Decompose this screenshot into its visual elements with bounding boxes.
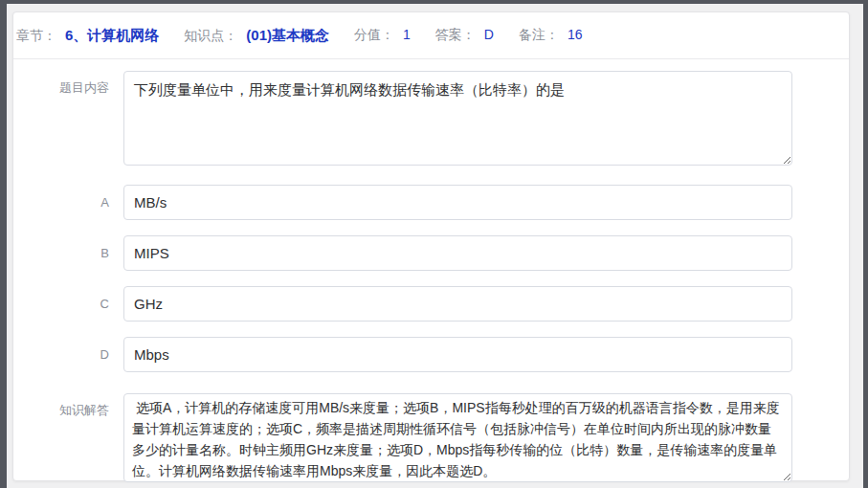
chapter-value[interactable]: 6、计算机网络 <box>65 27 159 45</box>
explanation-row: 知识解答 <box>13 393 849 486</box>
option-d-label: D <box>13 347 109 362</box>
option-c-input[interactable] <box>123 286 792 322</box>
option-b-input[interactable] <box>123 235 792 271</box>
page-background: 章节： 6、计算机网络 知识点： (01)基本概念 分值： 1 答案： D 备注… <box>7 4 863 488</box>
meta-item-knowledge-point: 知识点： (01)基本概念 <box>184 27 329 45</box>
question-content-label: 题目内容 <box>13 71 109 169</box>
chapter-label: 章节： <box>16 28 56 45</box>
option-d-input[interactable] <box>123 337 792 372</box>
knowledge-point-value[interactable]: (01)基本概念 <box>246 27 329 45</box>
option-row-a: A <box>13 185 849 220</box>
question-form: 题目内容 A B C <box>13 59 849 486</box>
explanation-textarea[interactable] <box>123 393 792 482</box>
knowledge-point-label: 知识点： <box>184 28 237 45</box>
meta-item-remark: 备注： 16 <box>519 27 583 44</box>
option-row-c: C <box>13 286 849 322</box>
question-content-textarea[interactable] <box>123 71 792 166</box>
option-row-b: B <box>13 235 849 271</box>
question-detail-card: 章节： 6、计算机网络 知识点： (01)基本概念 分值： 1 答案： D 备注… <box>12 11 850 481</box>
question-meta-bar: 章节： 6、计算机网络 知识点： (01)基本概念 分值： 1 答案： D 备注… <box>13 12 849 59</box>
answer-label: 答案： <box>435 27 476 44</box>
option-a-label: A <box>13 195 109 210</box>
remark-value[interactable]: 16 <box>568 27 583 42</box>
question-content-row: 题目内容 <box>13 71 849 169</box>
score-label: 分值： <box>354 27 394 44</box>
remark-label: 备注： <box>519 27 559 44</box>
meta-item-answer: 答案： D <box>435 27 494 44</box>
meta-item-score: 分值： 1 <box>354 27 411 44</box>
meta-item-chapter: 章节： 6、计算机网络 <box>16 27 159 45</box>
option-b-label: B <box>13 246 109 260</box>
option-a-input[interactable] <box>123 185 792 220</box>
option-row-d: D <box>13 337 849 372</box>
score-value[interactable]: 1 <box>403 27 411 42</box>
answer-value[interactable]: D <box>484 27 494 42</box>
option-c-label: C <box>13 297 109 311</box>
explanation-label: 知识解答 <box>13 393 109 486</box>
